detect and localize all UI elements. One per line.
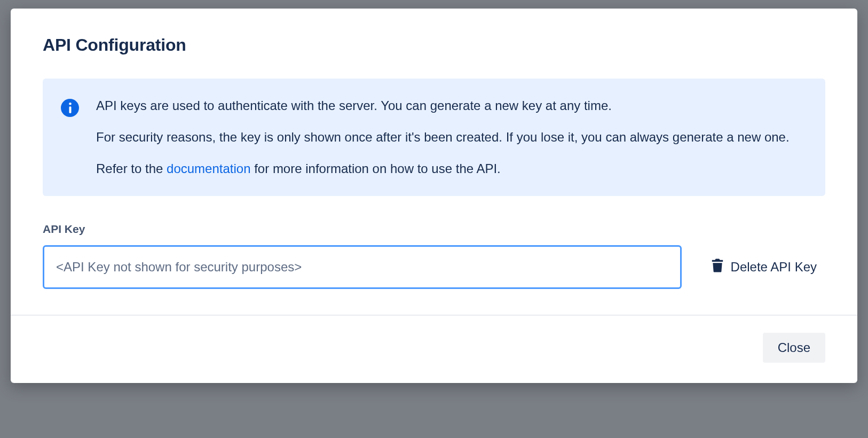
info-text-3-before: Refer to the xyxy=(96,161,167,176)
delete-api-key-label: Delete API Key xyxy=(731,260,817,275)
api-key-row: Delete API Key xyxy=(43,245,825,289)
trash-icon xyxy=(712,259,723,276)
info-icon xyxy=(61,99,79,117)
info-text-2: For security reasons, the key is only sh… xyxy=(96,128,802,147)
info-text-1: API keys are used to authenticate with t… xyxy=(96,97,802,115)
api-key-label: API Key xyxy=(43,223,825,236)
modal-title: API Configuration xyxy=(43,35,825,55)
svg-point-0 xyxy=(69,103,72,105)
api-key-section: API Key Delete API Key xyxy=(43,223,825,289)
modal-body: API Configuration API keys are used to a… xyxy=(11,9,857,315)
api-key-input[interactable] xyxy=(43,245,682,289)
documentation-link[interactable]: documentation xyxy=(167,161,250,176)
api-configuration-modal: API Configuration API keys are used to a… xyxy=(11,9,857,383)
modal-footer: Close xyxy=(11,315,857,383)
close-button[interactable]: Close xyxy=(763,333,825,363)
svg-rect-1 xyxy=(69,106,71,113)
delete-api-key-button[interactable]: Delete API Key xyxy=(703,254,825,280)
info-text-3-after: for more information on how to use the A… xyxy=(251,161,501,176)
info-text-3: Refer to the documentation for more info… xyxy=(96,160,802,178)
info-content: API keys are used to authenticate with t… xyxy=(96,97,802,178)
info-panel: API keys are used to authenticate with t… xyxy=(43,79,825,196)
